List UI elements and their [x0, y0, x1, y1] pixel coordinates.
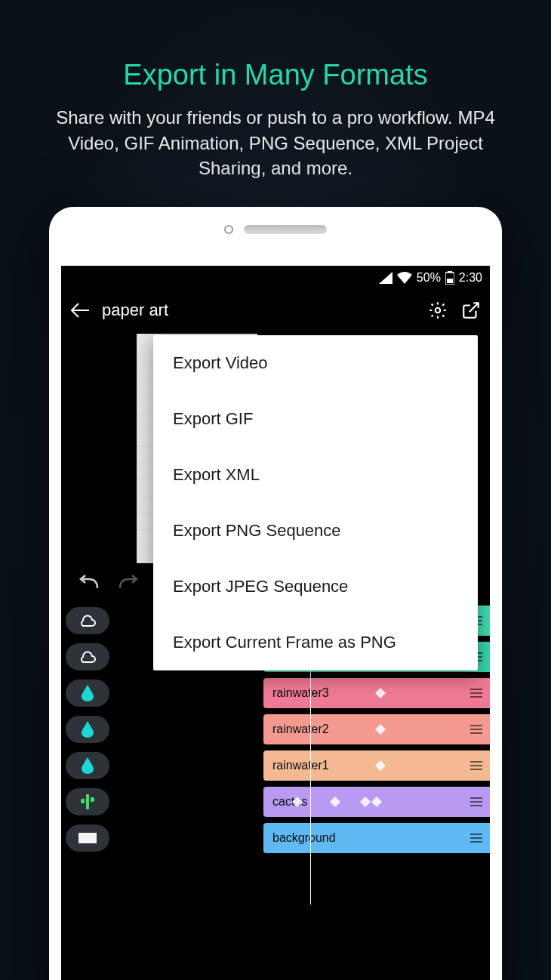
share-button[interactable] — [460, 299, 482, 322]
keyframe-marker[interactable] — [375, 688, 386, 698]
undo-button[interactable] — [78, 575, 100, 591]
status-bar: 50% 2:30 — [61, 266, 490, 290]
track-label: rainwater2 — [272, 723, 329, 736]
drag-handle-icon[interactable] — [470, 761, 482, 770]
phone-hardware-top — [49, 207, 502, 252]
wifi-icon — [397, 272, 412, 284]
project-title: paper art — [102, 300, 416, 320]
track-label: background — [272, 831, 336, 845]
track-clip[interactable]: rainwater2 — [263, 714, 490, 744]
keyframe-marker[interactable] — [360, 797, 371, 807]
drag-handle-icon[interactable] — [470, 797, 482, 806]
cactus-icon[interactable] — [66, 788, 109, 815]
speaker-icon — [244, 225, 327, 234]
arrow-left-icon — [70, 302, 90, 319]
battery-icon — [445, 271, 454, 285]
export-menu-item[interactable]: Export GIF — [153, 391, 478, 447]
signal-icon — [379, 272, 392, 284]
keyframe-marker[interactable] — [371, 797, 382, 807]
settings-button[interactable] — [426, 299, 449, 322]
timeline-track[interactable]: rainwater3 — [61, 675, 490, 711]
track-label: rainwater1 — [272, 759, 329, 772]
export-menu-item[interactable]: Export XML — [153, 447, 478, 503]
promo-title: Export in Many Formats — [0, 59, 551, 91]
status-time: 2:30 — [459, 271, 482, 285]
timeline-track[interactable]: rainwater2 — [61, 711, 490, 747]
rect-icon[interactable] — [66, 824, 109, 852]
track-clip[interactable]: rainwater1 — [263, 750, 490, 781]
export-menu: Export VideoExport GIFExport XMLExport P… — [153, 335, 478, 670]
track-label: rainwater3 — [272, 686, 329, 700]
phone-frame: 50% 2:30 paper art Export VideoExport GI… — [49, 207, 502, 980]
battery-pct: 50% — [417, 271, 441, 285]
external-link-icon — [461, 300, 481, 320]
redo-button[interactable] — [117, 575, 140, 591]
svg-rect-4 — [78, 833, 97, 843]
timeline-track[interactable]: cactus — [61, 784, 490, 820]
timeline-track[interactable]: background — [61, 820, 490, 856]
promo-subtitle: Share with your friends or push to a pro… — [0, 105, 551, 181]
drag-handle-icon[interactable] — [470, 725, 482, 734]
drop-icon[interactable] — [66, 680, 109, 707]
drag-handle-icon[interactable] — [470, 689, 482, 698]
gear-icon — [428, 300, 448, 320]
export-menu-item[interactable]: Export Current Frame as PNG — [153, 615, 478, 670]
track-clip[interactable]: background — [263, 823, 490, 853]
export-menu-item[interactable]: Export JPEG Sequence — [153, 559, 478, 615]
phone-screen: 50% 2:30 paper art Export VideoExport GI… — [61, 266, 490, 980]
keyframe-marker[interactable] — [375, 724, 386, 735]
cloud-icon[interactable] — [66, 607, 109, 634]
camera-icon — [224, 225, 233, 234]
keyframe-marker[interactable] — [330, 797, 340, 807]
svg-point-3 — [436, 308, 441, 313]
export-menu-item[interactable]: Export PNG Sequence — [153, 503, 478, 559]
track-clip[interactable]: cactus — [263, 787, 490, 817]
drag-handle-icon[interactable] — [470, 834, 482, 843]
timeline-track[interactable]: rainwater1 — [61, 747, 490, 784]
keyframe-marker[interactable] — [375, 760, 386, 771]
track-clip[interactable]: rainwater3 — [263, 678, 490, 708]
drop-icon[interactable] — [66, 716, 109, 743]
drop-icon[interactable] — [66, 752, 109, 779]
export-menu-item[interactable]: Export Video — [153, 335, 478, 391]
cloud-icon[interactable] — [66, 643, 109, 670]
back-button[interactable] — [69, 299, 91, 322]
app-bar: paper art — [61, 290, 490, 331]
svg-rect-2 — [447, 279, 453, 283]
